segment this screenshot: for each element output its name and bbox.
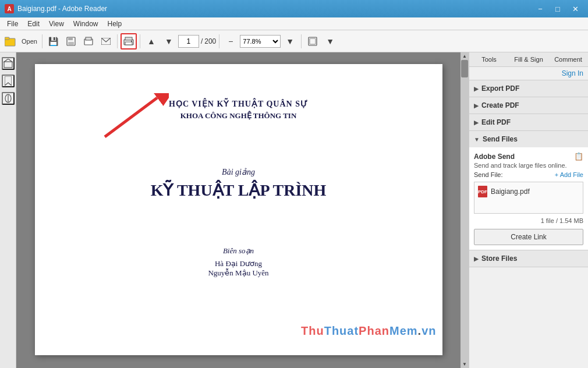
send-files-section: ▼ Send Files Adobe Send 📋 Send and track…	[469, 131, 588, 250]
nav-prev-button[interactable]: ▲	[143, 33, 160, 49]
menu-view[interactable]: View	[44, 19, 69, 29]
adobe-send-title: Adobe Send	[474, 153, 515, 161]
page-separator: /	[201, 37, 203, 45]
minimize-button[interactable]: −	[532, 2, 548, 15]
menu-window[interactable]: Window	[69, 19, 103, 29]
pdf-document-content: HỌC VIỆN KỸ THUẬT QUÂN SỰ KHOA CÔNG NGHỆ…	[82, 99, 396, 278]
pdf-faculty: KHOA CÔNG NGHỆ THÔNG TIN	[82, 111, 396, 121]
vertical-scrollbar[interactable]: ▲ ▼	[461, 52, 469, 368]
window-controls: − □ ✕	[532, 2, 583, 15]
window-title: Baigiang.pdf - Adobe Reader	[17, 5, 532, 13]
svg-rect-14	[4, 62, 12, 68]
tab-fill-sign[interactable]: Fill & Sign	[509, 52, 548, 66]
left-sidebar	[0, 52, 16, 368]
send-file-row: Send File: + Add File	[474, 171, 583, 178]
export-pdf-chevron: ▶	[474, 86, 479, 92]
separator-3	[140, 34, 140, 48]
export-pdf-section: ▶ Export PDF	[469, 80, 588, 97]
toolbar: Open 💾 ▲ ▼ / 200 − 77.8% 50% 75% 100% 12…	[0, 30, 588, 52]
open-button[interactable]	[2, 33, 19, 49]
right-panel: Tools Fill & Sign Comment Sign In ▶ Expo…	[469, 52, 588, 368]
menu-file[interactable]: File	[2, 19, 23, 29]
pdf-view[interactable]: HỌC VIỆN KỸ THUẬT QUÂN SỰ KHOA CÔNG NGHỆ…	[16, 52, 461, 368]
pdf-author2: Nguyễn Mậu Uyên	[82, 268, 396, 278]
open-label: Open	[20, 38, 39, 45]
create-link-button[interactable]: Create Link	[474, 229, 583, 245]
edit-pdf-header[interactable]: ▶ Edit PDF	[469, 114, 588, 130]
page-number-input[interactable]	[178, 35, 199, 48]
copy-icon[interactable]: 📋	[574, 152, 583, 161]
file-list-box: PDF Baigiang.pdf	[474, 182, 583, 214]
scroll-thumb[interactable]	[461, 60, 468, 77]
tab-comment[interactable]: Comment	[548, 52, 588, 66]
separator-5	[301, 34, 302, 48]
export-pdf-label: Export PDF	[481, 84, 519, 93]
pdf-container: HỌC VIỆN KỸ THUẬT QUÂN SỰ KHOA CÔNG NGHỆ…	[16, 52, 469, 368]
more-tools-button[interactable]: ▼	[322, 33, 338, 49]
app-icon: A	[5, 4, 14, 13]
svg-rect-4	[68, 42, 74, 45]
store-files-chevron: ▶	[474, 256, 479, 262]
watermark-thu: Thu	[301, 324, 324, 337]
send-files-label: Send Files	[483, 135, 518, 143]
watermark-vn: vn	[421, 324, 436, 337]
svg-marker-15	[5, 76, 12, 86]
send-files-chevron: ▼	[474, 136, 480, 143]
separator-2	[117, 34, 118, 48]
send-files-body: Adobe Send 📋 Send and track large files …	[469, 147, 588, 250]
zoom-dropdown[interactable]: 77.8% 50% 75% 100% 125% 150%	[240, 35, 281, 48]
edit-pdf-chevron: ▶	[474, 119, 479, 126]
svg-rect-3	[68, 37, 73, 40]
scroll-up-arrow[interactable]: ▲	[462, 54, 467, 59]
nav-next-button[interactable]: ▼	[161, 33, 177, 49]
page-navigation: / 200	[178, 35, 216, 48]
svg-point-11	[131, 40, 132, 41]
menu-help[interactable]: Help	[103, 19, 127, 29]
file-count-size: 1 file / 1.54 MB	[474, 217, 583, 224]
pdf-page: HỌC VIỆN KỸ THUẬT QUÂN SỰ KHOA CÔNG NGHỆ…	[35, 64, 442, 355]
edit-pdf-label: Edit PDF	[481, 118, 511, 126]
store-files-header[interactable]: ▶ Store Files	[469, 250, 588, 267]
print-button[interactable]	[121, 33, 137, 49]
sign-in-link[interactable]: Sign In	[469, 67, 588, 80]
create-pdf-header[interactable]: ▶ Create PDF	[469, 97, 588, 114]
sidebar-bookmark-button[interactable]	[2, 75, 15, 87]
pdf-author1: Hà Đại Dương	[82, 259, 396, 268]
pdf-bai-giang: Bài giảng	[82, 167, 396, 177]
print-setup-button[interactable]	[80, 33, 97, 49]
svg-rect-6	[86, 37, 91, 40]
file-pdf-icon: PDF	[478, 186, 487, 197]
export-pdf-header[interactable]: ▶ Export PDF	[469, 80, 588, 97]
save-as-button[interactable]	[63, 33, 79, 49]
save-button[interactable]: 💾	[45, 33, 62, 49]
adobe-send-desc: Send and track large files online.	[474, 162, 583, 169]
zoom-dropdown-arrow[interactable]: ▼	[282, 33, 298, 49]
add-file-link[interactable]: + Add File	[555, 171, 583, 178]
watermark-phan: Phan	[359, 324, 389, 337]
pdf-bien-soan: Biên soạn	[82, 246, 396, 256]
menu-edit[interactable]: Edit	[23, 19, 44, 29]
sidebar-attachment-button[interactable]	[2, 92, 15, 105]
pdf-main-title: KỸ THUẬT LẬP TRÌNH	[82, 181, 396, 200]
store-files-section: ▶ Store Files	[469, 250, 588, 267]
create-pdf-section: ▶ Create PDF	[469, 97, 588, 114]
send-files-header[interactable]: ▼ Send Files	[469, 131, 588, 147]
adobe-send-row: Adobe Send 📋	[474, 152, 583, 161]
separator-1	[42, 34, 42, 48]
svg-rect-1	[5, 37, 9, 40]
fit-page-button[interactable]	[304, 33, 321, 49]
svg-rect-10	[125, 42, 132, 45]
svg-rect-13	[310, 38, 316, 44]
zoom-out-button[interactable]: −	[222, 33, 239, 49]
tab-tools[interactable]: Tools	[469, 52, 509, 66]
create-pdf-chevron: ▶	[474, 102, 479, 109]
scroll-down-arrow[interactable]: ▼	[462, 362, 467, 367]
restore-button[interactable]: □	[550, 2, 566, 15]
file-item: PDF Baigiang.pdf	[478, 186, 579, 197]
watermark-mem: Mem	[389, 324, 418, 337]
close-button[interactable]: ✕	[567, 2, 583, 15]
sidebar-home-button[interactable]	[2, 57, 15, 70]
edit-pdf-section: ▶ Edit PDF	[469, 114, 588, 131]
email-button[interactable]	[98, 33, 114, 49]
send-file-label: Send File:	[474, 171, 503, 178]
